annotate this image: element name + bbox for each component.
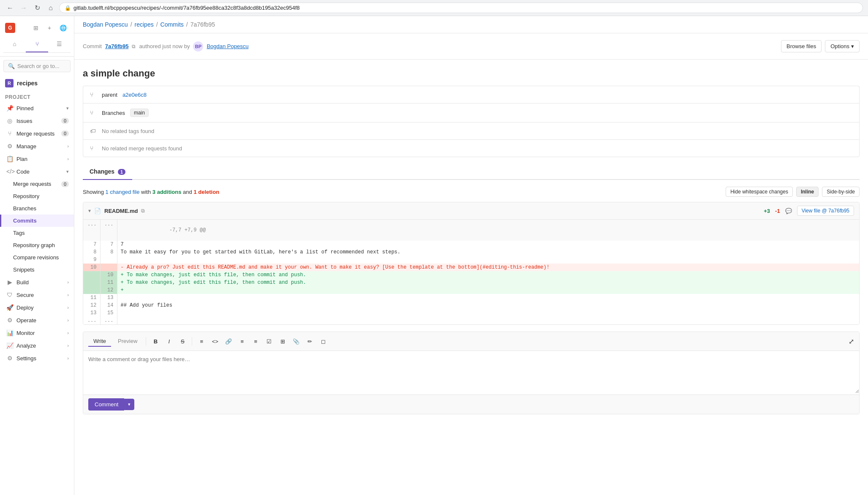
task-list-button[interactable]: ☑ (263, 335, 275, 347)
changes-tabs: Changes 1 (83, 164, 860, 180)
address-bar[interactable]: 🔒 gitlab.tudelft.nl/bcppopescu/recipes/-… (59, 3, 863, 13)
sidebar-nav-home[interactable]: ⌂ (3, 36, 26, 52)
sidebar-item-secure[interactable]: 🛡 Secure › (0, 288, 74, 301)
forward-button[interactable]: → (19, 3, 29, 13)
comment-icon[interactable]: 💬 (785, 208, 792, 214)
ordered-list-button[interactable]: ≡ (196, 335, 207, 347)
sidebar-item-settings[interactable]: ⚙ Settings › (0, 352, 74, 364)
sidebar-item-snippets[interactable]: Snippets (0, 264, 74, 276)
bold-button[interactable]: B (150, 335, 161, 347)
plus-icon-button[interactable]: + (44, 22, 55, 34)
collapse-file-icon[interactable]: ▾ (88, 208, 91, 214)
author-name-link[interactable]: Bogdan Popescu (207, 43, 248, 49)
tag-icon: 🏷 (90, 128, 97, 134)
hide-whitespace-button[interactable]: Hide whitespace changes (726, 187, 793, 197)
parent-label: parent (102, 92, 117, 98)
inline-button[interactable]: Inline (796, 187, 819, 197)
sidebar-item-tags[interactable]: Tags (0, 227, 74, 239)
write-tab[interactable]: Write (88, 336, 111, 347)
file-additions: +3 (764, 208, 770, 214)
sidebar-search[interactable]: 🔍 Search or go to... (3, 60, 71, 72)
lock-icon: 🔒 (65, 5, 71, 11)
copy-filename-icon[interactable]: ⧉ (141, 208, 145, 214)
strikethrough-button[interactable]: S (177, 335, 188, 347)
diagram-button[interactable]: ◻ (317, 335, 329, 347)
sidebar-item-code[interactable]: </> Code ▾ (0, 165, 74, 178)
side-by-side-button[interactable]: Side-by-side (822, 187, 860, 197)
sidebar-item-repository-graph[interactable]: Repository graph (0, 239, 74, 251)
sidebar-item-deploy[interactable]: 🚀 Deploy › (0, 301, 74, 314)
sidebar-item-build[interactable]: ▶ Build › (0, 276, 74, 288)
draw-button[interactable]: ✏ (304, 335, 316, 347)
bullet-list-button[interactable]: ≡ (236, 335, 248, 347)
expand-icon[interactable]: ⤢ (849, 337, 854, 345)
sidebar-item-branches[interactable]: Branches (0, 202, 74, 215)
table-row: 11 13 (83, 294, 859, 302)
meta-merge-requests-row: ⑂ No related merge requests found (83, 139, 860, 157)
sidebar-item-analyze[interactable]: 📈 Analyze › (0, 339, 74, 352)
sidebar-item-monitor[interactable]: 📊 Monitor › (0, 326, 74, 339)
meta-branches-row: ⑂ Branches main (83, 103, 860, 122)
issues-icon: ◎ (6, 117, 13, 124)
grid-icon-button[interactable]: ⊞ (30, 22, 42, 34)
reload-button[interactable]: ↻ (32, 3, 42, 13)
code-button[interactable]: <> (209, 335, 221, 347)
toolbar-separator (146, 337, 146, 345)
deletions-count: 1 deletion (193, 189, 219, 195)
sidebar-item-operate[interactable]: ⚙ Operate › (0, 314, 74, 326)
sidebar-item-commits[interactable]: Commits (0, 215, 74, 227)
attach-button[interactable]: 📎 (290, 335, 302, 347)
tab-changes[interactable]: Changes 1 (83, 164, 132, 180)
changed-file-link[interactable]: 1 changed file (106, 189, 141, 195)
table-button[interactable]: ⊞ (277, 335, 288, 347)
home-button[interactable]: ⌂ (46, 3, 56, 13)
view-file-button[interactable]: View file @ 7a76fb95 (797, 206, 854, 216)
commit-hash-link[interactable]: 7a76fb95 (105, 43, 129, 49)
diff-file: ▾ 📄 README.md ⧉ +3 -1 💬 View file @ 7a76… (83, 202, 860, 325)
hunk-header: -7,7 +7,9 @@ (117, 220, 859, 241)
link-button[interactable]: 🔗 (223, 335, 234, 347)
breadcrumb-commits[interactable]: Commits (161, 21, 184, 28)
sidebar-item-repository[interactable]: Repository (0, 190, 74, 202)
chevron-icon: ▾ (66, 169, 69, 174)
parent-hash-link[interactable]: a2e0e6c8 (122, 92, 147, 98)
sidebar-nav-merge[interactable]: ⑂ (26, 36, 48, 52)
sidebar-item-issues[interactable]: ◎ Issues 0 (0, 114, 74, 127)
build-icon: ▶ (6, 279, 13, 286)
diff-table: ... ... -7,7 +7,9 @@ 7 7 7 8 (83, 220, 859, 324)
italic-button[interactable]: I (163, 335, 175, 347)
breadcrumb-project[interactable]: recipes (135, 21, 154, 28)
numbered-list-button[interactable]: ≡ (250, 335, 261, 347)
breadcrumb-user[interactable]: Bogdan Popescu (83, 21, 128, 28)
authored-text: authored just now by (139, 43, 190, 49)
comment-textarea[interactable] (83, 351, 859, 393)
comment-submit-button[interactable]: Comment ▾ (88, 398, 134, 411)
file-type-icon: 📄 (94, 208, 101, 214)
comment-dropdown-button[interactable]: ▾ (124, 399, 134, 410)
comment-main-button[interactable]: Comment (88, 398, 124, 411)
chevron-icon: › (67, 144, 69, 149)
secure-icon: 🛡 (6, 291, 13, 298)
sidebar-nav-activity[interactable]: ☰ (48, 36, 71, 52)
chevron-icon: ▾ (66, 106, 69, 111)
project-name-section: R recipes (0, 76, 74, 91)
back-button[interactable]: ← (5, 3, 15, 13)
merge-request-icon: ⑂ (90, 145, 97, 152)
sidebar-item-plan[interactable]: 📋 Plan › (0, 152, 74, 165)
sidebar-item-merge-requests[interactable]: ⑂ Merge requests 0 (0, 127, 74, 140)
pin-icon: 📌 (6, 105, 13, 112)
copy-hash-icon[interactable]: ⧉ (132, 44, 136, 49)
branches-icon: ⑂ (90, 109, 97, 116)
sidebar-brand: G ⊞ + 🌐 (3, 19, 71, 36)
sidebar-item-manage[interactable]: ⚙ Manage › (0, 140, 74, 152)
globe-icon-button[interactable]: 🌐 (57, 22, 69, 34)
table-row: 10 + To make changes, just edit this fil… (83, 271, 859, 279)
options-button[interactable]: Options ▾ (825, 40, 860, 52)
sidebar-item-compare-revisions[interactable]: Compare revisions (0, 251, 74, 264)
table-row: 12 + (83, 286, 859, 294)
browse-files-button[interactable]: Browse files (781, 40, 822, 52)
sidebar-item-merge-requests-sub[interactable]: Merge requests 0 (0, 178, 74, 190)
diff-file-name: README.md (104, 208, 138, 214)
sidebar-item-pinned[interactable]: 📌 Pinned ▾ (0, 102, 74, 114)
preview-tab[interactable]: Preview (113, 336, 142, 347)
